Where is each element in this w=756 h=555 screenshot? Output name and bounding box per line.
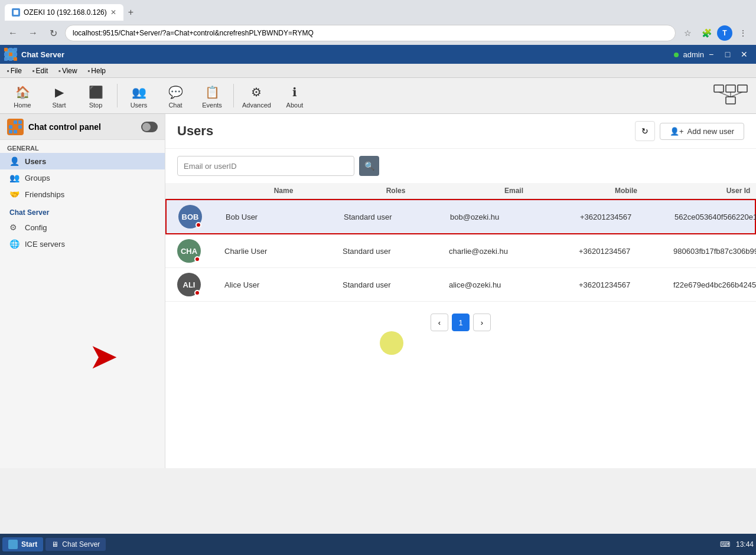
toolbar: 🏠 Home ▶ Start ⬛ Stop 👥 Users 💬 Chat 📋 E… [0,78,756,114]
events-icon: 📋 [203,83,221,102]
sidebar-item-ice-servers[interactable]: 🌐 ICE servers [0,236,165,252]
user-email: bob@ozeki.hu [450,213,580,221]
ice-servers-sidebar-icon: 🌐 [9,239,20,249]
reload-button[interactable]: ↻ [45,25,61,41]
table-row[interactable]: CHA Charlie User Standard user charlie@o… [165,234,756,268]
app-titlebar: Chat Server admin − □ ✕ [0,45,756,64]
col-email: Email [449,187,579,195]
prev-page-button[interactable]: ‹ [431,314,448,331]
admin-label: admin [683,50,704,59]
minimize-button[interactable]: − [704,47,718,61]
taskbar-start-button[interactable]: Start [2,537,43,551]
back-button[interactable]: ← [5,25,21,41]
chat-button[interactable]: 💬 Chat [158,80,193,111]
user-id: f22e679ed4bc266b42459... [673,280,756,289]
menu-button[interactable]: ⋮ [735,25,751,41]
sidebar-header: Chat control panel [0,114,165,140]
table-row[interactable]: ALI Alice User Standard user alice@ozeki… [165,268,756,302]
table-row[interactable]: BOB Bob User Standard user bob@ozeki.hu … [165,199,756,234]
sidebar-item-config[interactable]: ⚙ Config [0,219,165,236]
users-button[interactable]: 👥 Users [121,80,157,111]
tab-favicon [12,8,20,17]
user-mobile: +36201234567 [579,247,673,256]
tab-close-button[interactable]: ✕ [110,8,116,17]
users-sidebar-label: Users [25,157,46,166]
maximize-button[interactable]: □ [721,47,735,61]
chat-label: Chat [168,102,182,109]
home-label: Home [14,102,31,109]
friendships-sidebar-label: Friendships [25,190,64,199]
add-user-icon: 👤+ [670,127,684,136]
stop-button[interactable]: ⬛ Stop [78,80,113,111]
dark-mode-toggle[interactable] [141,122,158,132]
add-user-button[interactable]: 👤+ Add new user [660,123,744,140]
next-page-button[interactable]: › [473,314,491,331]
pagination: ‹ 1 › [165,302,756,343]
sidebar-item-users[interactable]: 👤 Users [0,153,165,169]
home-icon: 🏠 [13,83,32,102]
sidebar-item-friendships[interactable]: 🤝 Friendships [0,186,165,203]
browser-chrome: OZEKI 10 (192.168.0.126) ✕ + ← → ↻ ☆ 🧩 T… [0,0,756,45]
advanced-label: Advanced [242,102,271,109]
new-tab-button[interactable]: + [126,7,136,18]
taskbar-app-icon: 🖥 [51,540,58,549]
events-button[interactable]: 📋 Events [194,80,230,111]
admin-indicator: admin [674,50,704,59]
menu-help[interactable]: Help [83,66,110,76]
page-1-button[interactable]: 1 [452,314,470,331]
sidebar-item-groups[interactable]: 👥 Groups [0,169,165,186]
taskbar-right: ⌨ 13:44 [719,540,754,549]
avatar-status-dot [194,290,200,296]
config-sidebar-label: Config [25,223,47,232]
toolbar-separator-2 [233,84,234,107]
about-label: About [286,102,304,109]
search-icon: 🔍 [364,161,374,171]
svg-rect-3 [726,97,735,104]
search-button[interactable]: 🔍 [359,156,379,176]
home-button[interactable]: 🏠 Home [5,80,40,111]
tab-bar: OZEKI 10 (192.168.0.126) ✕ + [0,0,756,21]
col-roles: Roles [343,187,449,195]
user-id: 980603fb17fb87c306b99... [673,247,756,256]
page-title: Users [177,123,635,139]
groups-sidebar-icon: 👥 [9,173,20,182]
user-role: Standard user [343,247,449,256]
address-bar[interactable] [65,25,676,41]
advanced-button[interactable]: ⚙ Advanced [237,80,276,111]
refresh-button[interactable]: ↻ [635,121,655,141]
user-email: charlie@ozeki.hu [449,247,579,256]
keyboard-icon: ⌨ [719,540,731,549]
forward-button[interactable]: → [25,25,41,41]
window-controls: − □ ✕ [704,47,751,61]
menu-file[interactable]: File [2,66,27,76]
svg-line-6 [731,92,742,97]
user-role: Standard user [344,213,450,221]
user-avatar: BOB [178,205,202,228]
profile-button[interactable]: T [717,25,732,41]
bookmark-button[interactable]: ☆ [679,25,696,41]
users-label: Users [131,102,148,109]
search-input[interactable] [177,156,354,176]
start-tool-button[interactable]: ▶ Start [41,80,77,111]
ice-servers-sidebar-label: ICE servers [25,240,65,249]
about-button[interactable]: ℹ About [277,80,312,111]
sidebar: Chat control panel General 👤 Users 👥 Gro… [0,114,165,468]
user-mobile: +36201234567 [579,280,673,289]
network-icon [710,81,751,110]
svg-rect-1 [726,85,735,92]
table-header: Name Roles Email Mobile User Id Created … [165,183,756,199]
svg-rect-0 [714,85,724,92]
taskbar-app-button[interactable]: 🖥 Chat Server [45,538,106,551]
users-icon: 👥 [129,83,148,102]
menu-view[interactable]: View [54,66,82,76]
groups-sidebar-label: Groups [25,174,50,182]
start-logo-icon [8,540,18,549]
user-avatar: ALI [177,273,201,296]
extensions-button[interactable]: 🧩 [698,25,715,41]
menu-edit[interactable]: Edit [28,66,53,76]
avatar-cell: ALI [177,273,224,296]
avatar-status-dot [195,222,201,228]
config-sidebar-icon: ⚙ [9,223,20,232]
close-button[interactable]: ✕ [737,47,751,61]
active-tab[interactable]: OZEKI 10 (192.168.0.126) ✕ [5,4,123,21]
